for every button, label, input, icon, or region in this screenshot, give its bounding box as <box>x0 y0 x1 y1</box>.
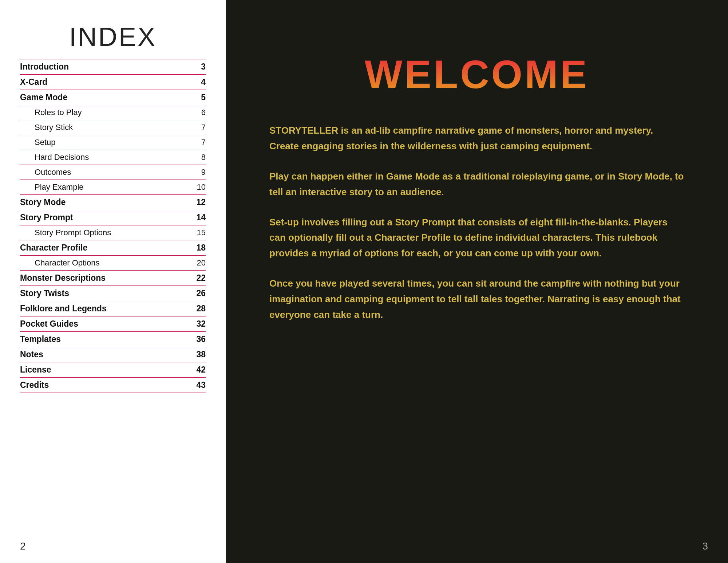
index-label: Hard Decisions <box>20 150 189 165</box>
index-label: X-Card <box>20 75 189 90</box>
index-label: Folklore and Legends <box>20 301 189 316</box>
index-label: Notes <box>20 347 189 362</box>
index-row: Play Example10 <box>20 180 206 195</box>
right-page-number: 3 <box>702 540 708 552</box>
index-page-num: 22 <box>189 271 206 286</box>
index-title: INDEX <box>20 22 206 52</box>
index-row: Monster Descriptions22 <box>20 271 206 286</box>
index-row: Story Prompt14 <box>20 210 206 225</box>
index-page-num: 20 <box>189 256 206 271</box>
index-label: License <box>20 362 189 378</box>
index-row: Game Mode5 <box>20 90 206 105</box>
index-page-num: 7 <box>189 135 206 150</box>
right-page: WELCOME STORYTELLER is an ad-lib campfir… <box>226 0 728 563</box>
index-page-num: 4 <box>189 75 206 90</box>
index-label: Character Profile <box>20 240 189 256</box>
index-row: X-Card4 <box>20 75 206 90</box>
index-page-num: 5 <box>189 90 206 105</box>
index-row: Roles to Play6 <box>20 105 206 120</box>
index-page-num: 26 <box>189 286 206 301</box>
index-row: Folklore and Legends28 <box>20 301 206 316</box>
index-label: Story Mode <box>20 195 189 210</box>
index-page-num: 7 <box>189 120 206 135</box>
index-row: Templates36 <box>20 332 206 347</box>
index-page-num: 32 <box>189 316 206 332</box>
index-page-num: 15 <box>189 225 206 240</box>
index-page-num: 18 <box>189 240 206 256</box>
index-row: Hard Decisions8 <box>20 150 206 165</box>
index-page-num: 12 <box>189 195 206 210</box>
index-page-num: 10 <box>189 180 206 195</box>
index-label: Outcomes <box>20 165 189 180</box>
index-row: Pocket Guides32 <box>20 316 206 332</box>
index-label: Templates <box>20 332 189 347</box>
index-row: Outcomes9 <box>20 165 206 180</box>
left-page-number: 2 <box>20 540 26 552</box>
welcome-body: STORYTELLER is an ad-lib campfire narrat… <box>269 123 684 323</box>
index-label: Credits <box>20 378 189 393</box>
index-row: License42 <box>20 362 206 378</box>
index-page-num: 36 <box>189 332 206 347</box>
index-label: Game Mode <box>20 90 189 105</box>
index-label: Story Prompt <box>20 210 189 225</box>
index-row: Introduction3 <box>20 59 206 75</box>
welcome-title: WELCOME <box>269 51 684 97</box>
index-row: Story Stick7 <box>20 120 206 135</box>
left-page: INDEX Introduction3X-Card4Game Mode5Role… <box>0 0 226 563</box>
welcome-paragraph: Once you have played several times, you … <box>269 276 684 323</box>
index-label: Story Prompt Options <box>20 225 189 240</box>
welcome-paragraph: STORYTELLER is an ad-lib campfire narrat… <box>269 123 684 154</box>
index-table: Introduction3X-Card4Game Mode5Roles to P… <box>20 59 206 393</box>
index-label: Play Example <box>20 180 189 195</box>
index-row: Story Prompt Options15 <box>20 225 206 240</box>
index-label: Roles to Play <box>20 105 189 120</box>
index-row: Credits43 <box>20 378 206 393</box>
index-page-num: 14 <box>189 210 206 225</box>
index-label: Setup <box>20 135 189 150</box>
index-label: Story Stick <box>20 120 189 135</box>
index-label: Story Twists <box>20 286 189 301</box>
index-page-num: 43 <box>189 378 206 393</box>
index-row: Story Mode12 <box>20 195 206 210</box>
index-label: Pocket Guides <box>20 316 189 332</box>
index-page-num: 28 <box>189 301 206 316</box>
welcome-paragraph: Play can happen either in Game Mode as a… <box>269 169 684 200</box>
index-page-num: 38 <box>189 347 206 362</box>
index-row: Story Twists26 <box>20 286 206 301</box>
index-label: Introduction <box>20 59 189 75</box>
index-page-num: 3 <box>189 59 206 75</box>
index-label: Monster Descriptions <box>20 271 189 286</box>
index-row: Notes38 <box>20 347 206 362</box>
welcome-paragraph: Set-up involves filling out a Story Prom… <box>269 214 684 261</box>
index-label: Character Options <box>20 256 189 271</box>
index-page-num: 8 <box>189 150 206 165</box>
index-row: Setup7 <box>20 135 206 150</box>
index-page-num: 9 <box>189 165 206 180</box>
index-row: Character Options20 <box>20 256 206 271</box>
index-page-num: 6 <box>189 105 206 120</box>
index-row: Character Profile18 <box>20 240 206 256</box>
index-page-num: 42 <box>189 362 206 378</box>
